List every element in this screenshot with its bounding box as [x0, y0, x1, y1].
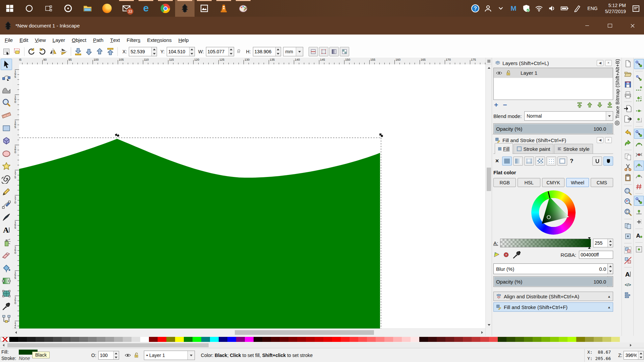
- copy-button[interactable]: [623, 152, 633, 162]
- tray-volume-icon[interactable]: [546, 0, 558, 17]
- palette-swatch[interactable]: [166, 337, 175, 342]
- zoom-field[interactable]: [624, 351, 644, 360]
- layer-lock-icon[interactable]: [505, 70, 512, 76]
- zoom-drawing-button[interactable]: [623, 197, 633, 206]
- taskbar-task-view-icon[interactable]: [39, 0, 58, 17]
- palette-swatch[interactable]: [463, 337, 472, 342]
- taskbar-photos-icon[interactable]: [195, 0, 214, 17]
- mesh-gradient-tool[interactable]: [1, 288, 12, 299]
- blend-mode-dropdown[interactable]: Normal: [524, 111, 613, 121]
- palette-swatch[interactable]: [297, 337, 306, 342]
- palette-swatch[interactable]: [97, 337, 105, 342]
- duplicate-button[interactable]: [623, 221, 633, 231]
- palette-swatch[interactable]: [227, 337, 236, 342]
- paint-bucket-tool[interactable]: [1, 262, 12, 274]
- palette-swatch[interactable]: [236, 337, 245, 342]
- menu-layer[interactable]: Layer: [49, 35, 69, 46]
- palette-swatch[interactable]: [70, 337, 79, 342]
- x-field[interactable]: [129, 47, 157, 56]
- redo-button[interactable]: [623, 138, 633, 148]
- color-mode-cms[interactable]: CMS: [591, 178, 613, 187]
- palette-swatch[interactable]: [402, 337, 411, 342]
- layer-to-bottom-button[interactable]: [606, 102, 613, 108]
- current-layer-dropdown[interactable]: ● Layer 1: [144, 351, 195, 360]
- close-button[interactable]: [621, 17, 644, 35]
- lock-ratio-icon[interactable]: [236, 49, 241, 54]
- rotate-cw-button[interactable]: [37, 47, 47, 57]
- swatch-button[interactable]: [546, 157, 556, 166]
- palette-swatch[interactable]: [419, 337, 428, 342]
- snap-midpoint-toggle[interactable]: [634, 182, 644, 191]
- palette-swatch[interactable]: [315, 337, 323, 342]
- menu-file[interactable]: File: [1, 35, 16, 46]
- zoom-tool[interactable]: [1, 97, 12, 108]
- palette-swatch[interactable]: [524, 337, 533, 342]
- ellipse-tool[interactable]: [1, 148, 12, 159]
- raise-button[interactable]: [95, 47, 105, 57]
- layer-opacity-slider[interactable]: Opacity (%) 100.0: [493, 123, 613, 134]
- document-print-button[interactable]: [623, 90, 633, 100]
- palette-swatch[interactable]: [332, 337, 341, 342]
- palette-swatch[interactable]: [36, 337, 44, 342]
- w-up[interactable]: [229, 47, 234, 52]
- minimize-button[interactable]: [576, 17, 598, 35]
- node-editor-tool[interactable]: [1, 71, 12, 83]
- linear-gradient-button[interactable]: [513, 157, 523, 166]
- taskbar-vlc-icon[interactable]: [214, 0, 233, 17]
- scroll-up-button[interactable]: [486, 65, 492, 71]
- palette-swatch[interactable]: [454, 337, 463, 342]
- star-tool[interactable]: [1, 161, 12, 172]
- palette-swatch[interactable]: [53, 337, 62, 342]
- palette-swatch[interactable]: [149, 337, 158, 342]
- menu-object[interactable]: Object: [68, 35, 90, 46]
- align-distribute-collapsed-bar[interactable]: Align and Distribute (Shift+Ctrl+A)▲: [493, 292, 613, 301]
- palette-swatch[interactable]: [533, 337, 541, 342]
- paste-button[interactable]: [623, 173, 633, 182]
- layer-visibility-icon[interactable]: [496, 70, 502, 76]
- palette-swatch[interactable]: [480, 337, 489, 342]
- palette-swatch[interactable]: [411, 337, 419, 342]
- palette-scroll-thumb[interactable]: [7, 343, 209, 347]
- select-all-button[interactable]: [1, 47, 11, 57]
- palette-swatch[interactable]: [498, 337, 506, 342]
- tab-fill[interactable]: Fill: [495, 143, 513, 154]
- snap-object-center-toggle[interactable]: [634, 207, 644, 216]
- document-new-button[interactable]: [623, 59, 633, 68]
- snap-text-toggle[interactable]: A: [634, 231, 644, 240]
- cut-button[interactable]: [623, 163, 633, 172]
- panel-close-button[interactable]: ×: [605, 60, 612, 66]
- affect-corners-toggle[interactable]: [319, 47, 328, 56]
- snap-enable-toggle[interactable]: [634, 59, 644, 69]
- menu-view[interactable]: View: [32, 35, 49, 46]
- export-button[interactable]: [623, 114, 633, 124]
- panel-collapse-button[interactable]: ◀: [597, 137, 603, 143]
- taskbar-paint-icon[interactable]: [233, 0, 253, 17]
- affect-stroke-toggle[interactable]: [309, 47, 318, 56]
- eraser-tool[interactable]: [1, 250, 12, 261]
- z-up[interactable]: [638, 351, 643, 355]
- palette-swatch[interactable]: [114, 337, 123, 342]
- palette-swatch[interactable]: [350, 337, 358, 342]
- color-palette-icon[interactable]: [493, 251, 500, 258]
- group-button[interactable]: [623, 245, 633, 255]
- palette-swatch[interactable]: [44, 337, 53, 342]
- h-up[interactable]: [276, 47, 281, 52]
- menu-edit[interactable]: Edit: [16, 35, 32, 46]
- zoom-page-button[interactable]: [623, 207, 633, 217]
- flip-horizontal-button[interactable]: [48, 47, 58, 57]
- unknown-paint-button[interactable]: [557, 157, 567, 166]
- palette-swatch[interactable]: [506, 337, 515, 342]
- layer-lock-icon[interactable]: [133, 352, 140, 359]
- menu-text[interactable]: Text: [107, 35, 123, 46]
- selector-tool[interactable]: [1, 59, 12, 70]
- palette-swatch[interactable]: [367, 337, 376, 342]
- fill-stroke-collapsed-bar[interactable]: Fill and Stroke (Shift+Ctrl+F)▲: [493, 302, 613, 312]
- alpha-up[interactable]: [608, 239, 613, 243]
- palette-swatch[interactable]: [262, 337, 271, 342]
- snap-rotation-center-toggle[interactable]: [634, 217, 644, 227]
- rotate-ccw-button[interactable]: [26, 47, 37, 57]
- units-dropdown[interactable]: mm: [283, 47, 303, 56]
- tray-people-icon[interactable]: [482, 0, 494, 17]
- snap-path-toggle[interactable]: [634, 140, 644, 149]
- snap-path-intersection-toggle[interactable]: [634, 150, 644, 160]
